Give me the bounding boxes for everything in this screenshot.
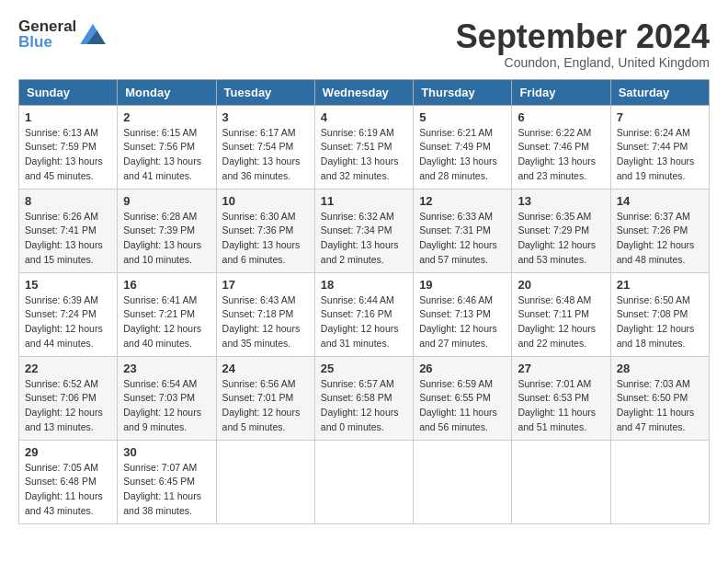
day-info: Sunrise: 6:43 AMSunset: 7:18 PMDaylight:… — [222, 293, 309, 351]
day-number: 15 — [25, 278, 111, 292]
day-info: Sunrise: 6:41 AMSunset: 7:21 PMDaylight:… — [123, 293, 210, 351]
day-number: 12 — [419, 194, 506, 208]
calendar-cell: 10Sunrise: 6:30 AMSunset: 7:36 PMDayligh… — [216, 189, 314, 272]
calendar-cell — [216, 440, 314, 523]
calendar-cell: 27Sunrise: 7:01 AMSunset: 6:53 PMDayligh… — [512, 356, 610, 440]
calendar-cell — [314, 440, 413, 523]
calendar-week-4: 22Sunrise: 6:52 AMSunset: 7:06 PMDayligh… — [19, 356, 710, 440]
day-header-saturday: Saturday — [610, 79, 709, 105]
calendar-header-row: SundayMondayTuesdayWednesdayThursdayFrid… — [19, 79, 710, 105]
day-number: 21 — [617, 278, 703, 292]
day-info: Sunrise: 6:50 AMSunset: 7:08 PMDaylight:… — [617, 293, 703, 351]
day-number: 22 — [25, 362, 111, 375]
day-header-wednesday: Wednesday — [314, 79, 413, 105]
title-area: September 2024 Coundon, England, United … — [456, 18, 710, 70]
day-info: Sunrise: 6:52 AMSunset: 7:06 PMDaylight:… — [25, 377, 111, 435]
calendar-cell: 9Sunrise: 6:28 AMSunset: 7:39 PMDaylight… — [118, 189, 216, 272]
day-info: Sunrise: 6:15 AMSunset: 7:56 PMDaylight:… — [123, 126, 210, 184]
day-number: 2 — [123, 110, 210, 124]
location: Coundon, England, United Kingdom — [456, 55, 710, 70]
day-info: Sunrise: 6:33 AMSunset: 7:31 PMDaylight:… — [419, 210, 506, 268]
day-number: 24 — [222, 362, 309, 375]
header: General Blue September 2024 Coundon, Eng… — [18, 18, 710, 70]
day-info: Sunrise: 6:54 AMSunset: 7:03 PMDaylight:… — [123, 377, 210, 435]
calendar-cell: 18Sunrise: 6:44 AMSunset: 7:16 PMDayligh… — [314, 272, 413, 356]
day-info: Sunrise: 7:03 AMSunset: 6:50 PMDaylight:… — [617, 377, 703, 435]
day-info: Sunrise: 7:01 AMSunset: 6:53 PMDaylight:… — [518, 377, 604, 435]
calendar-cell: 17Sunrise: 6:43 AMSunset: 7:18 PMDayligh… — [216, 272, 314, 356]
day-number: 8 — [25, 194, 111, 208]
day-info: Sunrise: 6:30 AMSunset: 7:36 PMDaylight:… — [222, 210, 309, 268]
day-number: 18 — [321, 278, 407, 292]
calendar-cell: 4Sunrise: 6:19 AMSunset: 7:51 PMDaylight… — [314, 105, 413, 189]
day-number: 13 — [518, 194, 604, 208]
calendar-week-5: 29Sunrise: 7:05 AMSunset: 6:48 PMDayligh… — [19, 440, 710, 523]
day-info: Sunrise: 6:24 AMSunset: 7:44 PMDaylight:… — [617, 126, 703, 184]
calendar-cell: 6Sunrise: 6:22 AMSunset: 7:46 PMDaylight… — [512, 105, 610, 189]
calendar-cell: 19Sunrise: 6:46 AMSunset: 7:13 PMDayligh… — [414, 272, 512, 356]
day-info: Sunrise: 6:19 AMSunset: 7:51 PMDaylight:… — [321, 126, 407, 184]
day-header-tuesday: Tuesday — [216, 79, 314, 105]
day-info: Sunrise: 6:21 AMSunset: 7:49 PMDaylight:… — [419, 126, 506, 184]
day-info: Sunrise: 6:39 AMSunset: 7:24 PMDaylight:… — [25, 293, 111, 351]
logo: General Blue — [18, 18, 106, 50]
day-number: 4 — [321, 110, 407, 124]
calendar-cell — [610, 440, 709, 523]
calendar-cell: 28Sunrise: 7:03 AMSunset: 6:50 PMDayligh… — [610, 356, 709, 440]
day-header-sunday: Sunday — [19, 79, 118, 105]
calendar-cell: 16Sunrise: 6:41 AMSunset: 7:21 PMDayligh… — [118, 272, 216, 356]
day-number: 11 — [321, 194, 407, 208]
day-number: 17 — [222, 278, 309, 292]
calendar-cell: 24Sunrise: 6:56 AMSunset: 7:01 PMDayligh… — [216, 356, 314, 440]
calendar-cell: 11Sunrise: 6:32 AMSunset: 7:34 PMDayligh… — [314, 189, 413, 272]
calendar-cell: 30Sunrise: 7:07 AMSunset: 6:45 PMDayligh… — [118, 440, 216, 523]
calendar-cell: 23Sunrise: 6:54 AMSunset: 7:03 PMDayligh… — [118, 356, 216, 440]
logo-general: General — [18, 18, 76, 34]
day-number: 23 — [123, 362, 210, 375]
day-number: 28 — [617, 362, 703, 375]
day-info: Sunrise: 6:26 AMSunset: 7:41 PMDaylight:… — [25, 210, 111, 268]
day-number: 1 — [25, 110, 111, 124]
day-info: Sunrise: 7:07 AMSunset: 6:45 PMDaylight:… — [123, 461, 210, 519]
day-info: Sunrise: 6:46 AMSunset: 7:13 PMDaylight:… — [419, 293, 506, 351]
calendar-cell: 15Sunrise: 6:39 AMSunset: 7:24 PMDayligh… — [19, 272, 118, 356]
calendar-week-3: 15Sunrise: 6:39 AMSunset: 7:24 PMDayligh… — [19, 272, 710, 356]
calendar-cell: 8Sunrise: 6:26 AMSunset: 7:41 PMDaylight… — [19, 189, 118, 272]
day-number: 27 — [518, 362, 604, 375]
day-header-friday: Friday — [512, 79, 610, 105]
day-number: 16 — [123, 278, 210, 292]
day-number: 9 — [123, 194, 210, 208]
day-number: 29 — [25, 445, 111, 459]
calendar-cell: 13Sunrise: 6:35 AMSunset: 7:29 PMDayligh… — [512, 189, 610, 272]
calendar-cell: 12Sunrise: 6:33 AMSunset: 7:31 PMDayligh… — [414, 189, 512, 272]
day-number: 5 — [419, 110, 506, 124]
calendar-cell: 20Sunrise: 6:48 AMSunset: 7:11 PMDayligh… — [512, 272, 610, 356]
calendar-week-2: 8Sunrise: 6:26 AMSunset: 7:41 PMDaylight… — [19, 189, 710, 272]
calendar: SundayMondayTuesdayWednesdayThursdayFrid… — [18, 79, 710, 524]
calendar-cell: 5Sunrise: 6:21 AMSunset: 7:49 PMDaylight… — [414, 105, 512, 189]
calendar-cell: 7Sunrise: 6:24 AMSunset: 7:44 PMDaylight… — [610, 105, 709, 189]
day-number: 19 — [419, 278, 506, 292]
day-info: Sunrise: 6:37 AMSunset: 7:26 PMDaylight:… — [617, 210, 703, 268]
logo-icon — [80, 24, 106, 44]
day-number: 25 — [321, 362, 407, 375]
day-info: Sunrise: 6:48 AMSunset: 7:11 PMDaylight:… — [518, 293, 604, 351]
day-info: Sunrise: 6:28 AMSunset: 7:39 PMDaylight:… — [123, 210, 210, 268]
day-info: Sunrise: 6:17 AMSunset: 7:54 PMDaylight:… — [222, 126, 309, 184]
calendar-cell: 29Sunrise: 7:05 AMSunset: 6:48 PMDayligh… — [19, 440, 118, 523]
day-info: Sunrise: 6:22 AMSunset: 7:46 PMDaylight:… — [518, 126, 604, 184]
day-number: 20 — [518, 278, 604, 292]
calendar-cell: 2Sunrise: 6:15 AMSunset: 7:56 PMDaylight… — [118, 105, 216, 189]
day-number: 30 — [123, 445, 210, 459]
day-info: Sunrise: 6:59 AMSunset: 6:55 PMDaylight:… — [419, 377, 506, 435]
day-info: Sunrise: 6:57 AMSunset: 6:58 PMDaylight:… — [321, 377, 407, 435]
calendar-cell: 3Sunrise: 6:17 AMSunset: 7:54 PMDaylight… — [216, 105, 314, 189]
calendar-cell: 25Sunrise: 6:57 AMSunset: 6:58 PMDayligh… — [314, 356, 413, 440]
calendar-cell — [512, 440, 610, 523]
day-number: 6 — [518, 110, 604, 124]
day-info: Sunrise: 6:56 AMSunset: 7:01 PMDaylight:… — [222, 377, 309, 435]
calendar-cell: 22Sunrise: 6:52 AMSunset: 7:06 PMDayligh… — [19, 356, 118, 440]
logo-blue: Blue — [18, 34, 76, 50]
calendar-cell: 1Sunrise: 6:13 AMSunset: 7:59 PMDaylight… — [19, 105, 118, 189]
calendar-week-1: 1Sunrise: 6:13 AMSunset: 7:59 PMDaylight… — [19, 105, 710, 189]
